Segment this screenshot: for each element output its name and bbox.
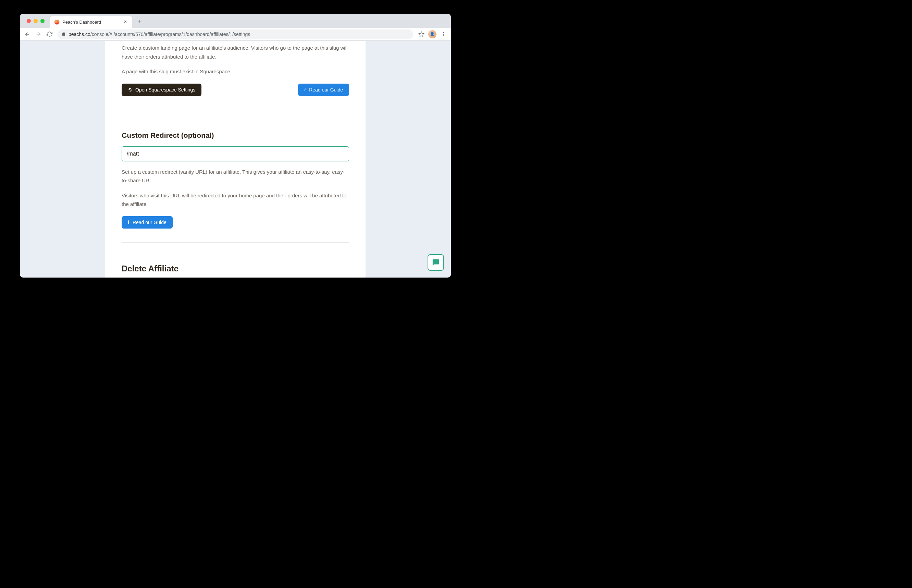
svg-point-1: [443, 32, 444, 33]
browser-tab[interactable]: 🍑 Peach's Dashboard ×: [50, 16, 132, 28]
custom-redirect-guide-button[interactable]: i Read our Guide: [122, 216, 173, 229]
new-tab-button[interactable]: +: [135, 17, 145, 27]
landing-page-guide-label: Read our Guide: [309, 87, 343, 92]
avatar: 👤: [428, 30, 436, 39]
squarespace-icon: [128, 87, 132, 92]
window-minimize-button[interactable]: [34, 19, 38, 23]
viewport: Create a custom landing page for an affi…: [20, 41, 451, 278]
profile-button[interactable]: 👤: [428, 29, 437, 39]
info-icon: i: [304, 87, 306, 92]
url-domain: peachs.co: [68, 32, 90, 37]
custom-redirect-button-row: i Read our Guide: [122, 216, 349, 229]
reload-button[interactable]: [45, 29, 54, 39]
landing-page-button-row: Open Squarespace Settings i Read our Gui…: [122, 84, 349, 96]
close-tab-button[interactable]: ×: [123, 19, 128, 25]
url-path: /console/#!/accounts/570/affiliate/progr…: [90, 32, 250, 37]
browser-window: 🍑 Peach's Dashboard × + peachs.co/consol…: [20, 14, 451, 278]
forward-button[interactable]: [34, 29, 43, 39]
landing-page-desc-2: A page with this slug must exist in Squa…: [122, 67, 349, 76]
bookmark-button[interactable]: [416, 29, 426, 39]
divider: [122, 242, 349, 242]
chat-widget-button[interactable]: [428, 254, 444, 271]
tab-bar: 🍑 Peach's Dashboard × +: [20, 14, 451, 28]
delete-affiliate-title: Delete Affiliate: [122, 264, 349, 273]
landing-page-guide-button[interactable]: i Read our Guide: [298, 84, 349, 96]
svg-marker-0: [419, 32, 424, 36]
page-content: Create a custom landing page for an affi…: [105, 41, 366, 278]
divider: [122, 110, 349, 110]
browser-menu-button[interactable]: [439, 29, 448, 39]
open-squarespace-button[interactable]: Open Squarespace Settings: [122, 84, 202, 96]
custom-redirect-desc-2: Visitors who visit this URL will be redi…: [122, 191, 349, 209]
svg-point-2: [443, 34, 444, 35]
back-button[interactable]: [23, 29, 32, 39]
chat-icon: [432, 259, 439, 266]
lock-icon: [62, 32, 66, 37]
custom-redirect-desc-1: Set up a custom redirect (vanity URL) fo…: [122, 168, 349, 185]
window-controls: [23, 14, 48, 28]
landing-page-desc-1: Create a custom landing page for an affi…: [122, 41, 349, 61]
info-icon: i: [128, 220, 129, 225]
window-maximize-button[interactable]: [40, 19, 45, 23]
url: peachs.co/console/#!/accounts/570/affili…: [68, 32, 250, 37]
custom-redirect-guide-label: Read our Guide: [132, 220, 166, 225]
custom-redirect-title: Custom Redirect (optional): [122, 131, 349, 139]
favicon-peach-icon: 🍑: [54, 19, 60, 25]
svg-point-3: [443, 35, 444, 36]
tab-title: Peach's Dashboard: [62, 19, 101, 25]
window-close-button[interactable]: [27, 19, 31, 23]
custom-redirect-input[interactable]: [122, 146, 349, 162]
address-bar[interactable]: peachs.co/console/#!/accounts/570/affili…: [58, 29, 413, 39]
browser-toolbar: peachs.co/console/#!/accounts/570/affili…: [20, 28, 451, 41]
open-squarespace-label: Open Squarespace Settings: [135, 87, 195, 92]
